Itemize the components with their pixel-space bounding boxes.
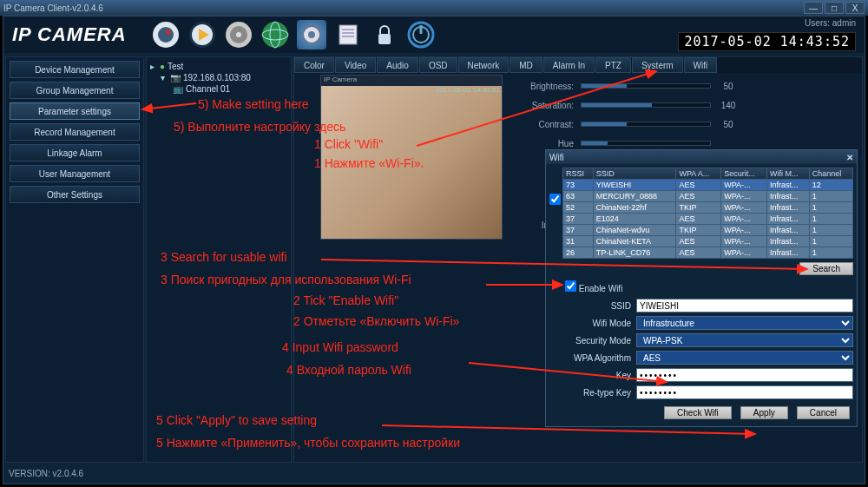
wifi-row[interactable]: 63MERCURY_0888AESWPA-...Infrast...1	[563, 191, 853, 202]
cancel-button[interactable]: Cancel	[797, 406, 850, 419]
wifi-dialog: Wifi ✕ RSSISSIDWPA A...Securit...Wifi M.…	[545, 149, 858, 427]
security-mode-label: Security Mode	[549, 336, 636, 346]
wifi-col-header[interactable]: SSID	[593, 168, 676, 180]
window-title: IP Camera Client-v2.0.4.6	[3, 3, 802, 13]
tree-channel[interactable]: 📺Channel 01	[150, 83, 287, 95]
globe-icon[interactable]	[260, 20, 290, 49]
window-titlebar: IP Camera Client-v2.0.4.6 — □ X	[0, 0, 868, 16]
tab-systerm[interactable]: Systerm	[632, 57, 683, 73]
svg-point-13	[308, 31, 315, 38]
svg-point-9	[262, 22, 288, 48]
wifi-row[interactable]: 52ChinaNet-22hfTKIPWPA-...Infrast...1	[563, 202, 853, 214]
tab-ptz[interactable]: PTZ	[595, 57, 631, 73]
wifi-row[interactable]: 31ChinaNet-KETAAESWPA-...Infrast...1	[563, 236, 853, 247]
tab-wifi[interactable]: Wifi	[684, 57, 718, 73]
check-wifi-button[interactable]: Check Wifi	[664, 406, 732, 419]
tab-md[interactable]: MD	[510, 57, 542, 73]
tab-color[interactable]: Color	[294, 57, 334, 73]
svg-rect-18	[378, 34, 391, 44]
sidebar-item-record-management[interactable]: Record Management	[10, 123, 140, 141]
tab-network[interactable]: Network	[458, 57, 510, 73]
apply-button[interactable]: Apply	[740, 406, 788, 419]
key-input[interactable]	[636, 368, 853, 382]
wpa-algorithm-label: WPA Algorithm	[549, 353, 636, 363]
ssid-label: SSID	[549, 301, 636, 311]
wifi-col-header[interactable]: WPA A...	[676, 168, 721, 180]
security-mode-select[interactable]: WPA-PSK	[636, 333, 853, 347]
contrast-slider[interactable]	[581, 122, 711, 127]
hue-label: Hue	[520, 139, 581, 148]
contrast-value: 50	[711, 120, 746, 129]
sidebar-item-linkage-alarm[interactable]: Linkage Alarm	[10, 144, 140, 161]
tabs-bar: ColorVideoAudioOSDNetworkMDAlarm InPTZSy…	[294, 57, 862, 73]
tab-audio[interactable]: Audio	[377, 57, 418, 73]
wifi-col-header[interactable]: Wifi M...	[766, 168, 809, 180]
wifi-close-icon[interactable]: ✕	[846, 153, 853, 162]
retype-key-input[interactable]	[636, 385, 853, 399]
wifi-dialog-title: Wifi	[549, 153, 846, 162]
wifi-row[interactable]: 26TP-LINK_CD76AESWPA-...Infrast...1	[563, 247, 853, 259]
ssid-input[interactable]	[636, 299, 853, 313]
brightness-value: 50	[711, 82, 746, 91]
saturation-slider[interactable]	[581, 102, 711, 108]
device-tree[interactable]: ▸●Test ▾📷192.168.0.103:80 📺Channel 01	[146, 56, 292, 463]
sidebar-item-other-settings[interactable]: Other Settings	[10, 186, 140, 203]
tab-osd[interactable]: OSD	[419, 57, 457, 73]
wifi-col-header[interactable]: Channel	[809, 168, 852, 180]
contrast-row: Contrast: 50	[520, 115, 815, 134]
brightness-row: Brightness: 50	[520, 76, 815, 95]
search-button[interactable]: Search	[799, 262, 853, 275]
play-icon[interactable]	[187, 20, 217, 49]
saturation-row: Saturation: 140	[520, 95, 815, 115]
wifi-col-header[interactable]: RSSI	[563, 168, 594, 180]
wifi-row[interactable]: 73YIWEISHIAESWPA-...Infrast...12	[563, 180, 853, 191]
power-icon[interactable]	[406, 20, 436, 49]
log-icon[interactable]	[333, 20, 363, 49]
enable-wifi-checkbox[interactable]	[565, 280, 576, 292]
settings-gear-icon[interactable]	[297, 20, 326, 49]
sidebar-item-group-management[interactable]: Group Management	[10, 82, 140, 99]
top-toolbar: IP CAMERA Users: admin 2017-05-02 14:43:…	[3, 16, 865, 53]
record-icon[interactable]	[224, 20, 253, 49]
wifi-row[interactable]: 37ChinaNet-wdvuTKIPWPA-...Infrast...1	[563, 225, 853, 236]
sidebar-item-user-management[interactable]: User Management	[10, 165, 140, 182]
tab-alarm in[interactable]: Alarm In	[543, 57, 595, 73]
svg-point-2	[166, 30, 171, 35]
camera-icon[interactable]	[151, 20, 181, 49]
brightness-slider[interactable]	[581, 83, 711, 89]
lock-icon[interactable]	[370, 20, 399, 49]
sidebar-item-parameter-settings[interactable]: Parameter settings	[10, 102, 140, 120]
tree-root[interactable]: ▸●Test	[150, 61, 287, 72]
wifi-mode-label: Wifi Mode	[549, 319, 636, 328]
minimize-button[interactable]: —	[804, 2, 823, 14]
preview-timestamp: 2017-05-02 14:43:51	[436, 86, 500, 94]
wifi-dialog-titlebar[interactable]: Wifi ✕	[546, 150, 857, 164]
contrast-label: Contrast:	[520, 120, 581, 129]
tree-ip[interactable]: ▾📷192.168.0.103:80	[150, 72, 287, 83]
wifi-row[interactable]: 37E1024AESWPA-...Infrast...1	[563, 214, 853, 225]
user-label: Users: admin	[805, 18, 856, 28]
maximize-button[interactable]: □	[825, 2, 844, 14]
enable-wifi-label: Enable Wifi	[579, 284, 623, 293]
sidebar-item-device-management[interactable]: Device Management	[10, 61, 140, 78]
tab-video[interactable]: Video	[335, 57, 376, 73]
wifi-mode-select[interactable]: Infrastructure	[636, 316, 853, 330]
svg-rect-14	[339, 25, 357, 44]
svg-point-1	[158, 27, 174, 43]
wpa-algorithm-select[interactable]: AES	[636, 351, 853, 365]
key-label: Key	[549, 371, 636, 380]
preview-title: IP Camera	[321, 76, 502, 86]
toolbar-icons	[151, 20, 436, 49]
datetime-display: 2017-05-02 14:43:52	[678, 32, 856, 51]
video-preview: IP Camera 2017-05-02 14:43:51	[320, 75, 503, 240]
hue-slider[interactable]	[581, 141, 711, 146]
saturation-label: Saturation:	[520, 101, 581, 110]
status-version: VERSION: v2.0.4.6	[9, 465, 83, 481]
close-button[interactable]: X	[845, 2, 865, 14]
sidebar: Device ManagementGroup ManagementParamet…	[5, 56, 144, 463]
wifi-table[interactable]: RSSISSIDWPA A...Securit...Wifi M...Chann…	[562, 168, 853, 259]
wifi-list-checkbox[interactable]	[549, 194, 561, 205]
wifi-col-header[interactable]: Securit...	[721, 168, 767, 180]
retype-key-label: Re-type Key	[549, 388, 636, 398]
brightness-label: Brightness:	[520, 82, 581, 91]
